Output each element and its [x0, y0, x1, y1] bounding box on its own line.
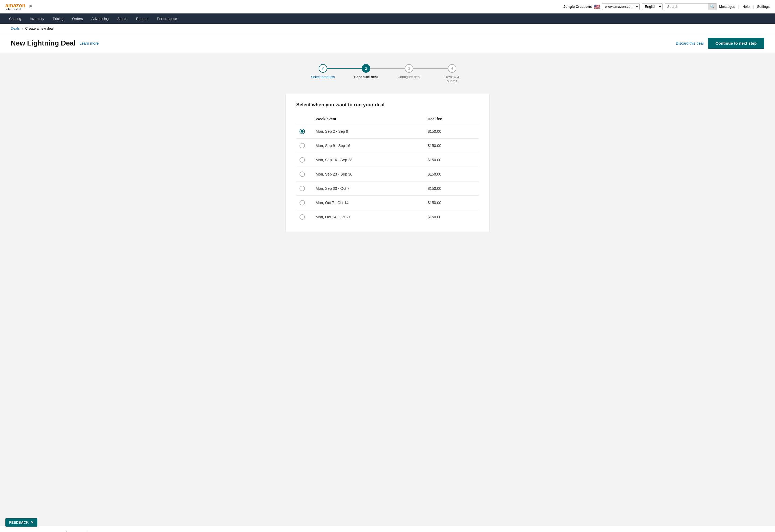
logo-amazon: amazon [5, 3, 25, 8]
logo-sub: seller central [5, 8, 25, 11]
week-cell: Mon, Sep 9 - Sep 16 [312, 139, 425, 153]
main-content: ✓ Select products 2 Schedule deal 3 Conf… [0, 53, 775, 526]
help-link[interactable]: Help [742, 5, 750, 9]
radio-cell[interactable] [296, 124, 312, 139]
fee-cell: $150.00 [425, 153, 479, 167]
radio-cell[interactable] [296, 181, 312, 196]
fee-cell: $150.00 [425, 196, 479, 210]
feedback-label: FEEDBACK [9, 520, 29, 524]
nav-inventory[interactable]: Inventory [26, 15, 48, 23]
step-1-label[interactable]: Select products [311, 75, 335, 79]
fee-cell: $150.00 [425, 181, 479, 196]
table-row[interactable]: Mon, Oct 14 - Oct 21$150.00 [296, 210, 479, 224]
schedule-title: Select when you want to run your deal [296, 102, 479, 108]
radio-button[interactable] [299, 157, 305, 163]
nav-reports[interactable]: Reports [132, 15, 152, 23]
radio-button[interactable] [299, 171, 305, 177]
radio-cell[interactable] [296, 196, 312, 210]
week-cell: Mon, Sep 16 - Sep 23 [312, 153, 425, 167]
col-fee: Deal fee [425, 114, 479, 124]
fee-cell: $150.00 [425, 167, 479, 181]
step-3-connector [409, 68, 452, 69]
nav-pricing[interactable]: Pricing [49, 15, 67, 23]
page-title: New Lightning Deal [11, 39, 76, 47]
week-cell: Mon, Sep 23 - Sep 30 [312, 167, 425, 181]
feedback-close[interactable]: ✕ [31, 520, 34, 524]
step-2-connector [366, 68, 409, 69]
radio-cell[interactable] [296, 210, 312, 224]
us-flag: 🇺🇸 [594, 4, 600, 10]
nav-catalog[interactable]: Catalog [5, 15, 25, 23]
radio-cell[interactable] [296, 153, 312, 167]
nav-links: Messages | Help | Settings [719, 5, 770, 9]
nav-stores[interactable]: Stores [114, 15, 131, 23]
breadcrumb-deals[interactable]: Deals [11, 26, 20, 30]
schedule-table: Week/event Deal fee Mon, Sep 2 - Sep 9$1… [296, 114, 479, 224]
step-2: 2 Schedule deal [344, 64, 388, 79]
radio-button[interactable] [299, 200, 305, 205]
store-selector: Jungle Creations 🇺🇸 www.amazon.com Engli… [564, 3, 770, 10]
page-header: New Lightning Deal Learn more Discard th… [0, 33, 775, 53]
url-select[interactable]: www.amazon.com [602, 3, 640, 10]
table-row[interactable]: Mon, Sep 2 - Sep 9$150.00 [296, 124, 479, 139]
top-bar: amazon seller central ⚑ Jungle Creations… [0, 0, 775, 13]
discard-button[interactable]: Discard this deal [676, 41, 704, 45]
search-container: 🔍 [665, 3, 717, 10]
step-4: 4 Review &submit [431, 64, 474, 83]
week-cell: Mon, Sep 2 - Sep 9 [312, 124, 425, 139]
radio-button[interactable] [299, 214, 305, 220]
step-2-label: Schedule deal [354, 75, 377, 79]
nav-orders[interactable]: Orders [68, 15, 87, 23]
fee-cell: $150.00 [425, 210, 479, 224]
step-3-label: Configure deal [398, 75, 421, 79]
footer-lang-select[interactable]: English [66, 531, 87, 532]
stepper: ✓ Select products 2 Schedule deal 3 Conf… [5, 64, 770, 83]
footer-left: Get support Program Policies English [11, 531, 87, 532]
schedule-container: Select when you want to run your deal We… [285, 94, 490, 232]
col-radio [296, 114, 312, 124]
radio-cell[interactable] [296, 167, 312, 181]
step-4-label: Review &submit [445, 75, 460, 83]
footer: Get support Program Policies English Jun… [0, 526, 775, 532]
week-cell: Mon, Sep 30 - Oct 7 [312, 181, 425, 196]
breadcrumb-current: Create a new deal [25, 26, 54, 30]
feedback-button[interactable]: FEEDBACK ✕ [5, 518, 37, 527]
step-3-circle: 3 [405, 64, 413, 73]
settings-link[interactable]: Settings [757, 5, 770, 9]
store-name: Jungle Creations [564, 5, 592, 9]
step-1-circle: ✓ [318, 64, 327, 73]
lang-select-top[interactable]: English [642, 3, 663, 10]
step-3: 3 Configure deal [388, 64, 431, 79]
step-2-circle: 2 [362, 64, 370, 73]
search-button[interactable]: 🔍 [708, 3, 717, 10]
radio-button[interactable] [299, 129, 305, 134]
nav-advertising[interactable]: Advertising [88, 15, 112, 23]
logo: amazon seller central ⚑ [5, 3, 33, 11]
breadcrumb: Deals › Create a new deal [0, 24, 775, 33]
week-cell: Mon, Oct 7 - Oct 14 [312, 196, 425, 210]
col-week: Week/event [312, 114, 425, 124]
main-nav: Catalog Inventory Pricing Orders Adverti… [0, 13, 775, 24]
table-row[interactable]: Mon, Sep 23 - Sep 30$150.00 [296, 167, 479, 181]
radio-button[interactable] [299, 143, 305, 148]
radio-button[interactable] [299, 186, 305, 191]
step-1: ✓ Select products [301, 64, 344, 79]
table-row[interactable]: Mon, Sep 30 - Oct 7$150.00 [296, 181, 479, 196]
search-input[interactable] [665, 3, 708, 10]
continue-button[interactable]: Continue to next step [708, 38, 764, 49]
table-row[interactable]: Mon, Sep 9 - Sep 16$150.00 [296, 139, 479, 153]
breadcrumb-separator: › [22, 26, 23, 30]
table-row[interactable]: Mon, Sep 16 - Sep 23$150.00 [296, 153, 479, 167]
header-actions: Discard this deal Continue to next step [676, 38, 764, 49]
step-4-circle: 4 [448, 64, 457, 73]
nav-performance[interactable]: Performance [153, 15, 180, 23]
table-row[interactable]: Mon, Oct 7 - Oct 14$150.00 [296, 196, 479, 210]
radio-cell[interactable] [296, 139, 312, 153]
messages-link[interactable]: Messages [719, 5, 735, 9]
page-title-area: New Lightning Deal Learn more [11, 39, 99, 47]
learn-more-link[interactable]: Learn more [79, 41, 99, 45]
week-cell: Mon, Oct 14 - Oct 21 [312, 210, 425, 224]
fee-cell: $150.00 [425, 124, 479, 139]
flag-icon: ⚑ [29, 4, 33, 10]
fee-cell: $150.00 [425, 139, 479, 153]
